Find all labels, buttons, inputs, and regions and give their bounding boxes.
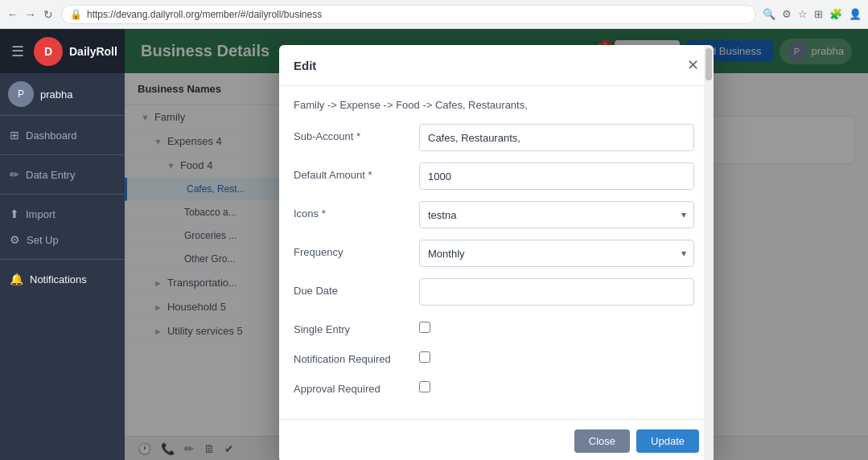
single-entry-label: Single Entry [294,317,406,335]
main-content: Business Details 🔔 1 Accounts Add Busine… [125,29,868,460]
app-container: ☰ D DailyRoll P prabha ⊞ Dashboard ✏ Dat… [0,29,868,460]
logo-text: DailyRoll [69,45,117,58]
search-browser-icon[interactable]: 🔍 [763,8,775,20]
sidebar-header: ☰ D DailyRoll [0,29,125,73]
update-button[interactable]: Update [636,429,699,453]
single-entry-row: Single Entry [294,317,694,335]
frequency-select[interactable]: Monthly Weekly Daily Yearly [419,240,694,267]
sidebar-label-setup: Set Up [27,234,59,246]
notification-required-row: Notification Required [294,347,694,365]
sidebar-nav: ⊞ Dashboard ✏ Data Entry ⬆ Import ⚙ Set … [0,116,125,460]
default-amount-input[interactable] [419,162,694,190]
due-date-row: Due Date [294,278,694,306]
back-button[interactable]: ← [6,8,19,21]
address-bar[interactable]: 🔒 https://devang.dailyroll.org/member/#/… [61,5,756,24]
sidebar-label-dashboard: Dashboard [26,129,77,142]
import-icon: ⬆ [10,207,19,220]
modal-footer: Close Update [279,419,714,460]
modal-close-button[interactable]: ✕ [687,56,699,74]
star-icon[interactable]: ☆ [798,8,808,20]
icons-select-wrap: testna ▾ [419,201,694,228]
sidebar-avatar: P [8,81,34,107]
sidebar-divider-2 [0,194,125,195]
notification-required-checkbox[interactable] [419,351,430,363]
modal-title: Edit [294,59,316,72]
default-amount-row: Default Amount * [294,162,694,190]
sidebar-label-data-entry: Data Entry [26,169,75,181]
edit-modal: Edit ✕ Family -> Expense -> Food -> Cafe… [279,45,714,460]
sidebar-divider-1 [0,154,125,155]
icons-select[interactable]: testna [419,201,694,228]
frequency-select-wrap: Monthly Weekly Daily Yearly ▾ [419,240,694,267]
setup-icon: ⚙ [10,233,20,246]
sidebar-user-name: prabha [40,88,72,101]
sub-account-input[interactable] [419,124,694,151]
modal-body: Family -> Expense -> Food -> Cafes, Rest… [279,86,714,419]
frequency-label: Frequency [294,240,406,258]
notification-required-checkbox-wrap [419,347,430,363]
sidebar-divider-3 [0,259,125,260]
due-date-input[interactable] [419,278,694,306]
breadcrumb: Family -> Expense -> Food -> Cafes, Rest… [294,99,694,111]
modal-scrollbar[interactable] [704,45,714,460]
default-amount-label: Default Amount * [294,162,406,181]
notifications-icon: 🔔 [10,273,23,285]
notification-required-label: Notification Required [294,347,406,365]
modal-overlay: Edit ✕ Family -> Expense -> Food -> Cafe… [125,29,868,460]
refresh-button[interactable]: ↻ [42,8,55,21]
logo-icon: D [34,37,63,66]
sub-account-label: Sub-Account * [294,124,406,142]
icons-label: Icons * [294,201,406,220]
scrollbar-thumb [706,48,712,80]
settings-browser-icon[interactable]: ⚙ [782,8,792,20]
icons-row: Icons * testna ▾ [294,201,694,228]
approval-required-checkbox[interactable] [419,381,430,392]
browser-controls: ← → ↻ [6,8,55,21]
sidebar-item-setup[interactable]: ⚙ Set Up [0,227,125,253]
sidebar-user: P prabha [0,73,125,116]
url-text: https://devang.dailyroll.org/member/#/da… [87,9,322,20]
sidebar-item-import[interactable]: ⬆ Import [0,201,125,227]
sidebar-item-dashboard[interactable]: ⊞ Dashboard [0,122,125,148]
approval-required-checkbox-wrap [419,376,430,392]
approval-required-label: Approval Required [294,376,406,395]
sidebar-label-notifications: Notifications [30,273,87,285]
single-entry-checkbox-wrap [419,317,430,333]
dashboard-icon: ⊞ [10,129,19,142]
sidebar-item-data-entry[interactable]: ✏ Data Entry [0,162,125,187]
data-entry-icon: ✏ [10,168,19,181]
sidebar: ☰ D DailyRoll P prabha ⊞ Dashboard ✏ Dat… [0,29,125,460]
approval-required-row: Approval Required [294,376,694,395]
extensions-icon[interactable]: 🧩 [829,8,842,20]
profile-icon[interactable]: 👤 [849,8,862,20]
lock-icon: 🔒 [70,9,82,20]
due-date-label: Due Date [294,278,406,297]
single-entry-checkbox[interactable] [419,322,430,333]
forward-button[interactable]: → [24,8,37,21]
sub-account-row: Sub-Account * [294,124,694,151]
frequency-row: Frequency Monthly Weekly Daily Yearly ▾ [294,240,694,267]
browser-actions: 🔍 ⚙ ☆ ⊞ 🧩 👤 [763,8,862,20]
browser-bar: ← → ↻ 🔒 https://devang.dailyroll.org/mem… [0,0,868,29]
sidebar-item-notifications[interactable]: 🔔 Notifications [0,266,125,292]
close-modal-button[interactable]: Close [574,429,630,453]
sidebar-label-import: Import [26,208,56,220]
modal-header: Edit ✕ [279,45,714,86]
hamburger-icon[interactable]: ☰ [8,39,27,64]
grid-icon[interactable]: ⊞ [814,8,823,20]
